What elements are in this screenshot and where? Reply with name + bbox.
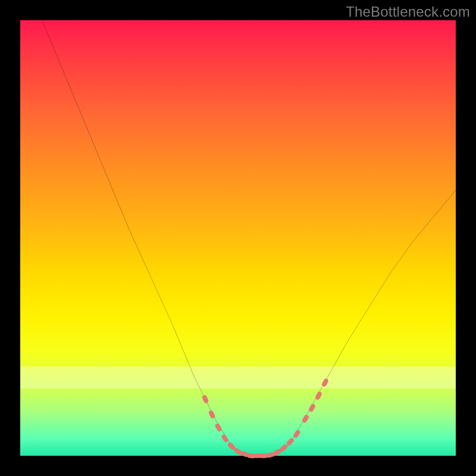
curve-marker	[308, 403, 317, 413]
bottleneck-curve-svg	[20, 20, 456, 456]
attribution-text: TheBottleneck.com	[346, 4, 470, 20]
curve-marker	[202, 394, 209, 404]
outer-frame: TheBottleneck.com	[0, 0, 476, 476]
curve-marker	[286, 437, 295, 446]
curve-marker	[315, 391, 322, 400]
curve-marker	[293, 429, 301, 439]
curve-marker	[214, 422, 222, 432]
bottleneck-curve	[42, 20, 456, 456]
marker-group	[202, 378, 329, 459]
plot-area	[20, 20, 456, 456]
curve-marker	[221, 434, 229, 443]
curve-marker	[321, 378, 329, 387]
